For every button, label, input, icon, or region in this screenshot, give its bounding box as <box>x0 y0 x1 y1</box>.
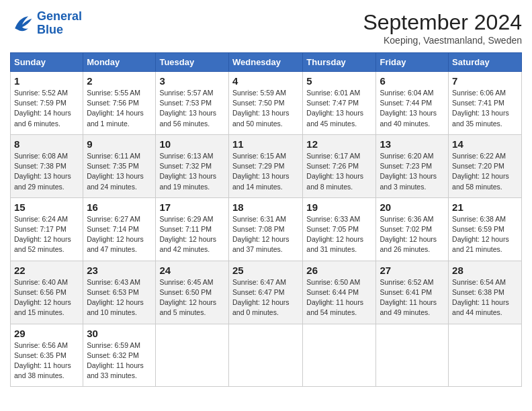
day-number: 24 <box>159 265 225 276</box>
daylight-hours: Daylight: 13 hours and 3 minutes. <box>380 172 437 190</box>
sunrise-time: Sunrise: 6:20 AM <box>380 152 433 160</box>
calendar-week-row: 29Sunrise: 6:56 AMSunset: 6:35 PMDayligh… <box>11 324 522 387</box>
sunrise-time: Sunrise: 5:59 AM <box>232 89 286 97</box>
sunrise-time: Sunrise: 5:55 AM <box>87 89 140 97</box>
calendar-cell <box>156 324 229 387</box>
day-info: Sunrise: 6:17 AMSunset: 7:26 PMDaylight:… <box>306 151 372 192</box>
daylight-hours: Daylight: 14 hours and 1 minute. <box>87 109 144 127</box>
day-info: Sunrise: 6:08 AMSunset: 7:38 PMDaylight:… <box>14 151 79 192</box>
header-wednesday: Wednesday <box>228 53 302 72</box>
day-info: Sunrise: 6:29 AMSunset: 7:11 PMDaylight:… <box>159 214 225 255</box>
sunset-time: Sunset: 7:11 PM <box>159 225 212 233</box>
sunrise-time: Sunrise: 6:24 AM <box>14 215 68 223</box>
sunset-time: Sunset: 6:44 PM <box>306 288 359 296</box>
sunrise-time: Sunrise: 6:29 AM <box>159 215 213 223</box>
day-number: 16 <box>87 201 152 213</box>
day-number: 11 <box>232 138 299 150</box>
header-monday: Monday <box>83 53 156 72</box>
sunrise-time: Sunrise: 6:17 AM <box>306 152 360 160</box>
sunset-time: Sunset: 7:26 PM <box>306 162 359 170</box>
day-number: 8 <box>14 138 79 150</box>
page-subtitle: Koeping, Vaestmanland, Sweden <box>363 35 522 46</box>
logo-text: General Blue <box>37 10 82 37</box>
sunset-time: Sunset: 6:32 PM <box>87 351 139 359</box>
sunset-time: Sunset: 7:50 PM <box>232 99 285 107</box>
daylight-hours: Daylight: 12 hours and 5 minutes. <box>159 298 216 316</box>
sunrise-time: Sunrise: 6:56 AM <box>14 341 68 349</box>
calendar-cell: 18Sunrise: 6:31 AMSunset: 7:08 PMDayligh… <box>228 197 302 261</box>
day-number: 21 <box>452 201 518 213</box>
calendar-cell: 15Sunrise: 6:24 AMSunset: 7:17 PMDayligh… <box>11 197 83 261</box>
daylight-hours: Daylight: 12 hours and 21 minutes. <box>452 235 509 253</box>
day-info: Sunrise: 6:36 AMSunset: 7:02 PMDaylight:… <box>380 214 445 255</box>
sunset-time: Sunset: 7:44 PM <box>380 99 432 107</box>
day-info: Sunrise: 6:11 AMSunset: 7:35 PMDaylight:… <box>87 151 152 192</box>
day-number: 27 <box>380 265 445 276</box>
daylight-hours: Daylight: 13 hours and 29 minutes. <box>14 172 71 190</box>
day-info: Sunrise: 6:13 AMSunset: 7:32 PMDaylight:… <box>159 151 225 192</box>
calendar-cell: 11Sunrise: 6:15 AMSunset: 7:29 PMDayligh… <box>228 134 302 197</box>
day-number: 28 <box>452 265 518 276</box>
day-info: Sunrise: 6:20 AMSunset: 7:23 PMDaylight:… <box>380 151 445 192</box>
day-info: Sunrise: 6:52 AMSunset: 6:41 PMDaylight:… <box>380 277 445 318</box>
calendar-cell: 5Sunrise: 6:01 AMSunset: 7:47 PMDaylight… <box>303 72 376 135</box>
calendar-week-row: 22Sunrise: 6:40 AMSunset: 6:56 PMDayligh… <box>11 261 522 324</box>
sunset-time: Sunset: 7:29 PM <box>232 162 285 170</box>
day-number: 26 <box>306 265 372 276</box>
calendar-cell: 10Sunrise: 6:13 AMSunset: 7:32 PMDayligh… <box>156 134 229 197</box>
sunset-time: Sunset: 7:41 PM <box>452 99 504 107</box>
sunrise-time: Sunrise: 6:54 AM <box>452 278 506 286</box>
calendar-cell: 22Sunrise: 6:40 AMSunset: 6:56 PMDayligh… <box>11 261 83 324</box>
calendar-cell: 19Sunrise: 6:33 AMSunset: 7:05 PMDayligh… <box>303 197 376 261</box>
day-info: Sunrise: 6:50 AMSunset: 6:44 PMDaylight:… <box>306 277 372 318</box>
day-number: 30 <box>87 328 152 339</box>
day-info: Sunrise: 5:57 AMSunset: 7:53 PMDaylight:… <box>159 88 225 129</box>
daylight-hours: Daylight: 12 hours and 47 minutes. <box>87 235 144 253</box>
daylight-hours: Daylight: 12 hours and 15 minutes. <box>14 298 71 316</box>
sunset-time: Sunset: 6:47 PM <box>232 288 285 296</box>
day-number: 14 <box>452 138 518 150</box>
sunrise-time: Sunrise: 6:11 AM <box>87 152 140 160</box>
calendar-table: Sunday Monday Tuesday Wednesday Thursday… <box>10 52 522 387</box>
daylight-hours: Daylight: 12 hours and 52 minutes. <box>14 235 71 253</box>
sunrise-time: Sunrise: 6:13 AM <box>159 152 213 160</box>
calendar-cell: 14Sunrise: 6:22 AMSunset: 7:20 PMDayligh… <box>449 134 522 197</box>
day-info: Sunrise: 6:45 AMSunset: 6:50 PMDaylight:… <box>159 277 225 318</box>
logo: General Blue <box>10 10 82 37</box>
day-number: 9 <box>87 138 152 150</box>
sunset-time: Sunset: 7:38 PM <box>14 162 66 170</box>
sunset-time: Sunset: 7:56 PM <box>87 99 139 107</box>
calendar-cell: 20Sunrise: 6:36 AMSunset: 7:02 PMDayligh… <box>376 197 449 261</box>
day-number: 2 <box>87 75 152 87</box>
daylight-hours: Daylight: 14 hours and 6 minutes. <box>14 109 71 127</box>
daylight-hours: Daylight: 11 hours and 33 minutes. <box>87 361 144 379</box>
day-number: 3 <box>159 75 225 87</box>
day-info: Sunrise: 6:56 AMSunset: 6:35 PMDaylight:… <box>14 340 79 381</box>
sunrise-time: Sunrise: 6:01 AM <box>306 89 360 97</box>
day-info: Sunrise: 6:24 AMSunset: 7:17 PMDaylight:… <box>14 214 79 255</box>
daylight-hours: Daylight: 13 hours and 45 minutes. <box>306 109 363 127</box>
daylight-hours: Daylight: 11 hours and 54 minutes. <box>306 298 363 316</box>
sunset-time: Sunset: 7:32 PM <box>159 162 212 170</box>
sunset-time: Sunset: 6:56 PM <box>14 288 66 296</box>
day-info: Sunrise: 6:22 AMSunset: 7:20 PMDaylight:… <box>452 151 518 192</box>
calendar-cell: 9Sunrise: 6:11 AMSunset: 7:35 PMDaylight… <box>83 134 156 197</box>
day-info: Sunrise: 6:40 AMSunset: 6:56 PMDaylight:… <box>14 277 79 318</box>
sunset-time: Sunset: 7:17 PM <box>14 225 66 233</box>
calendar-cell: 7Sunrise: 6:06 AMSunset: 7:41 PMDaylight… <box>449 72 522 135</box>
day-info: Sunrise: 5:55 AMSunset: 7:56 PMDaylight:… <box>87 88 152 129</box>
sunset-time: Sunset: 6:38 PM <box>452 288 504 296</box>
calendar-header-row: Sunday Monday Tuesday Wednesday Thursday… <box>11 53 522 72</box>
sunset-time: Sunset: 7:20 PM <box>452 162 504 170</box>
sunset-time: Sunset: 7:14 PM <box>87 225 139 233</box>
calendar-cell: 21Sunrise: 6:38 AMSunset: 6:59 PMDayligh… <box>449 197 522 261</box>
sunrise-time: Sunrise: 6:45 AM <box>159 278 213 286</box>
day-info: Sunrise: 6:59 AMSunset: 6:32 PMDaylight:… <box>87 340 152 381</box>
sunrise-time: Sunrise: 6:33 AM <box>306 215 360 223</box>
title-block: September 2024 Koeping, Vaestmanland, Sw… <box>363 10 522 46</box>
calendar-week-row: 1Sunrise: 5:52 AMSunset: 7:59 PMDaylight… <box>11 72 522 135</box>
calendar-cell: 24Sunrise: 6:45 AMSunset: 6:50 PMDayligh… <box>156 261 229 324</box>
day-number: 6 <box>380 75 445 87</box>
daylight-hours: Daylight: 11 hours and 49 minutes. <box>380 298 437 316</box>
header-friday: Friday <box>376 53 449 72</box>
